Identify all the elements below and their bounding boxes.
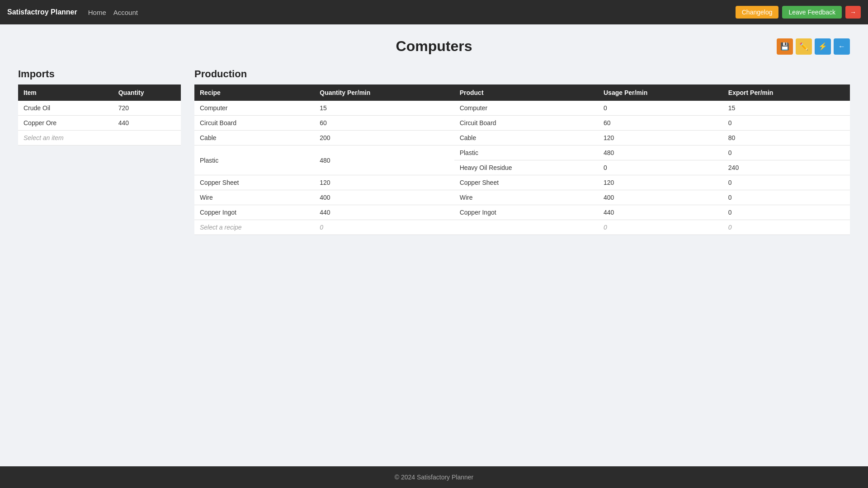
production-table: Recipe Quantity Per/min Product Usage Pe…: [194, 84, 850, 235]
prod-cell-export: 0: [723, 175, 850, 190]
imports-title: Imports: [18, 68, 181, 80]
prod-cell-usage: 0: [598, 160, 723, 175]
prod-col-qty: Quantity Per/min: [314, 84, 454, 101]
prod-cell-product: Copper Sheet: [454, 175, 598, 190]
prod-cell-export: 15: [723, 101, 850, 116]
imports-table: Item Quantity Crude Oil720Copper Ore440S…: [18, 84, 181, 145]
main-content: Computers 💾 ✏️ ⚡ ← Imports Item: [0, 24, 868, 466]
prod-cell-export: 0: [723, 190, 850, 205]
nav-home[interactable]: Home: [88, 9, 106, 16]
save-button[interactable]: 💾: [777, 38, 793, 55]
prod-cell-export: 0: [723, 220, 850, 235]
prod-cell-qty: 400: [314, 190, 454, 205]
prod-cell-usage: 0: [598, 220, 723, 235]
imports-row[interactable]: Copper Ore440: [18, 116, 181, 131]
production-row[interactable]: Circuit Board60Circuit Board600: [194, 116, 850, 131]
prod-cell-qty: 480: [314, 145, 454, 175]
prod-cell-export: 80: [723, 131, 850, 145]
prod-cell-qty: 60: [314, 116, 454, 131]
imports-row[interactable]: Crude Oil720: [18, 101, 181, 116]
logout-button[interactable]: →: [845, 6, 861, 19]
prod-cell-qty: 200: [314, 131, 454, 145]
prod-cell-recipe: Plastic: [194, 145, 314, 175]
prod-cell-export: 0: [723, 205, 850, 220]
back-button[interactable]: ←: [834, 38, 850, 55]
toolbar-buttons: 💾 ✏️ ⚡ ←: [777, 38, 850, 55]
prod-cell-export: 0: [723, 145, 850, 160]
production-row[interactable]: Plastic480Plastic4800: [194, 145, 850, 160]
production-row[interactable]: Computer15Computer015: [194, 101, 850, 116]
imports-col-quantity: Quantity: [113, 84, 181, 101]
nav-links: Home Account: [88, 9, 138, 16]
prod-cell-usage: 60: [598, 116, 723, 131]
prod-cell-usage: 0: [598, 101, 723, 116]
prod-cell-qty: 0: [314, 220, 454, 235]
imports-row[interactable]: Select an item: [18, 131, 181, 145]
logout-icon: →: [850, 9, 856, 16]
prod-cell-product: Computer: [454, 101, 598, 116]
prod-cell-recipe: Computer: [194, 101, 314, 116]
prod-cell-qty: 120: [314, 175, 454, 190]
prod-cell-qty: 15: [314, 101, 454, 116]
changelog-button[interactable]: Changelog: [736, 6, 779, 19]
production-row[interactable]: Select a recipe000: [194, 220, 850, 235]
prod-cell-usage: 120: [598, 131, 723, 145]
production-row[interactable]: Copper Sheet120Copper Sheet1200: [194, 175, 850, 190]
prod-cell-usage: 120: [598, 175, 723, 190]
prod-cell-product: [454, 220, 598, 235]
save-icon: 💾: [780, 42, 789, 51]
imports-cell-quantity: [113, 131, 181, 145]
prod-cell-usage: 440: [598, 205, 723, 220]
prod-col-export: Export Per/min: [723, 84, 850, 101]
production-section: Production Recipe Quantity Per/min Produ…: [194, 68, 850, 235]
prod-cell-product: Circuit Board: [454, 116, 598, 131]
nav-account[interactable]: Account: [113, 9, 138, 16]
prod-cell-recipe: Wire: [194, 190, 314, 205]
production-row[interactable]: Wire400Wire4000: [194, 190, 850, 205]
prod-cell-recipe: Copper Ingot: [194, 205, 314, 220]
imports-cell-item: Copper Ore: [18, 116, 113, 131]
prod-cell-usage: 400: [598, 190, 723, 205]
production-row[interactable]: Cable200Cable12080: [194, 131, 850, 145]
imports-section: Imports Item Quantity Crude Oil720Copper…: [18, 68, 181, 145]
prod-cell-product: Wire: [454, 190, 598, 205]
prod-cell-product: Cable: [454, 131, 598, 145]
prod-col-usage: Usage Per/min: [598, 84, 723, 101]
prod-cell-export: 0: [723, 116, 850, 131]
imports-cell-quantity: 440: [113, 116, 181, 131]
edit-button[interactable]: ✏️: [796, 38, 812, 55]
prod-cell-recipe: Select a recipe: [194, 220, 314, 235]
imports-cell-quantity: 720: [113, 101, 181, 116]
content-columns: Imports Item Quantity Crude Oil720Copper…: [18, 68, 850, 235]
prod-cell-recipe: Copper Sheet: [194, 175, 314, 190]
page-title-area: Computers 💾 ✏️ ⚡ ←: [18, 38, 850, 55]
navbar-actions: Changelog Leave Feedback →: [736, 6, 861, 19]
prod-cell-product: Copper Ingot: [454, 205, 598, 220]
imports-cell-item: Select an item: [18, 131, 113, 145]
prod-cell-product: Heavy Oil Residue: [454, 160, 598, 175]
prod-cell-recipe: Cable: [194, 131, 314, 145]
prod-cell-recipe: Circuit Board: [194, 116, 314, 131]
brand-logo: Satisfactroy Planner: [7, 8, 77, 16]
prod-cell-export: 240: [723, 160, 850, 175]
footer-text: © 2024 Satisfactory Planner: [395, 474, 474, 481]
page-title: Computers: [396, 38, 472, 55]
imports-cell-item: Crude Oil: [18, 101, 113, 116]
prod-cell-product: Plastic: [454, 145, 598, 160]
edit-icon: ✏️: [799, 42, 808, 51]
back-icon: ←: [838, 42, 845, 51]
prod-cell-usage: 480: [598, 145, 723, 160]
prod-col-recipe: Recipe: [194, 84, 314, 101]
prod-cell-qty: 440: [314, 205, 454, 220]
production-row[interactable]: Copper Ingot440Copper Ingot4400: [194, 205, 850, 220]
imports-col-item: Item: [18, 84, 113, 101]
prod-col-product: Product: [454, 84, 598, 101]
feedback-button[interactable]: Leave Feedback: [782, 6, 842, 19]
footer: © 2024 Satisfactory Planner: [0, 466, 868, 488]
navbar: Satisfactroy Planner Home Account Change…: [0, 0, 868, 24]
production-title: Production: [194, 68, 850, 80]
lightning-button[interactable]: ⚡: [815, 38, 831, 55]
lightning-icon: ⚡: [818, 42, 827, 51]
